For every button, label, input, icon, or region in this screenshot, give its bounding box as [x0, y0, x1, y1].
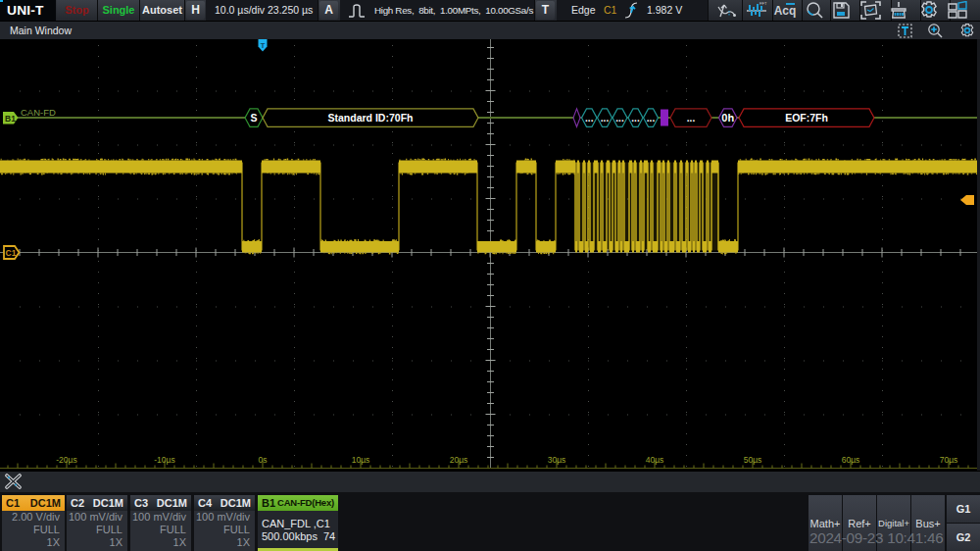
svg-text:10µs: 10µs	[352, 455, 370, 465]
svg-text:S: S	[250, 112, 257, 124]
svg-text:...: ...	[585, 113, 594, 124]
svg-text:B1: B1	[5, 114, 16, 124]
svg-text:-20µs: -20µs	[56, 455, 76, 465]
svg-text:...: ...	[615, 113, 624, 124]
svg-text:-10µs: -10µs	[154, 455, 174, 465]
svg-text:60µs: 60µs	[842, 455, 860, 465]
svg-text:...: ...	[647, 113, 656, 124]
svg-text:CAN-FD: CAN-FD	[21, 107, 56, 118]
svg-text:C1: C1	[6, 248, 17, 258]
svg-text:40µs: 40µs	[646, 455, 664, 465]
svg-text:50µs: 50µs	[744, 455, 762, 465]
svg-text:...: ...	[631, 113, 640, 124]
svg-text:0h: 0h	[721, 112, 734, 124]
svg-text:...: ...	[687, 113, 696, 124]
svg-text:70µs: 70µs	[940, 455, 958, 465]
svg-text:Standard ID:70Fh: Standard ID:70Fh	[328, 112, 414, 124]
svg-text:Acq: Acq	[774, 4, 797, 18]
svg-text:30µs: 30µs	[548, 455, 566, 465]
svg-text:0s: 0s	[259, 455, 268, 465]
svg-text:T: T	[261, 41, 266, 50]
svg-text:20µs: 20µs	[450, 455, 468, 465]
svg-text:FFT: FFT	[760, 1, 767, 6]
svg-text:...: ...	[601, 113, 610, 124]
svg-text:EOF:7Fh: EOF:7Fh	[785, 112, 828, 124]
